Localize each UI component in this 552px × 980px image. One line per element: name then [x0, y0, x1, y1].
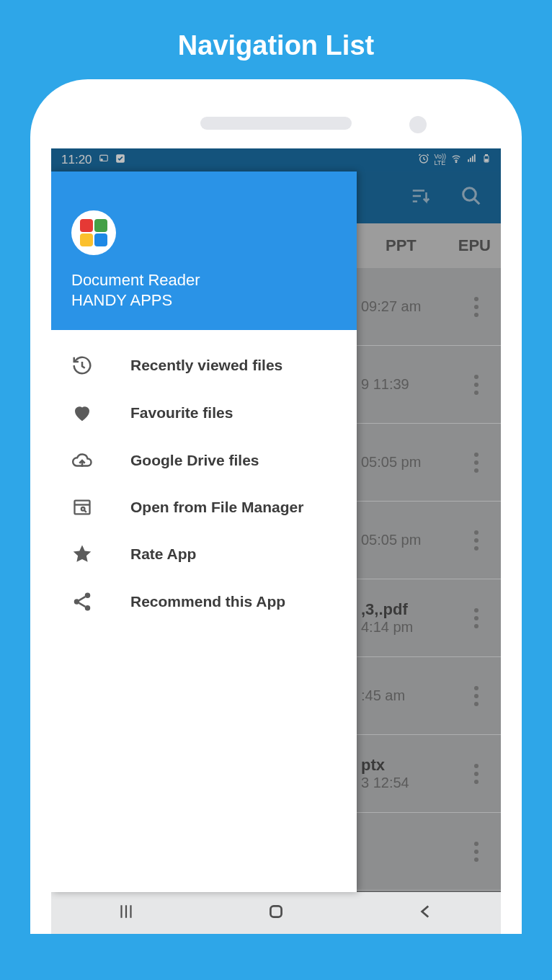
- svg-point-4: [455, 161, 457, 163]
- logo-cell: [94, 233, 107, 246]
- logo-cell: [80, 233, 93, 246]
- nav-item-label: Favourite files: [130, 404, 233, 422]
- star-icon: [70, 543, 94, 565]
- status-left: 11:20: [61, 153, 125, 167]
- sort-icon[interactable]: [410, 185, 432, 210]
- svg-rect-10: [486, 154, 488, 156]
- nav-google-drive[interactable]: Google Drive files: [51, 437, 357, 484]
- home-button[interactable]: [267, 902, 285, 924]
- tab-ppt[interactable]: PPT: [386, 236, 417, 255]
- more-icon[interactable]: [468, 297, 485, 317]
- app-logo-icon: [71, 210, 116, 255]
- back-button[interactable]: [417, 902, 435, 924]
- file-meta: 3 12:54: [361, 775, 409, 791]
- status-right: Vo))LTE: [418, 153, 491, 168]
- svg-point-14: [81, 507, 85, 511]
- speaker-grill: [200, 117, 352, 130]
- file-meta: 9 11:39: [361, 376, 409, 393]
- battery-icon: [482, 153, 491, 168]
- heart-icon: [70, 402, 94, 424]
- more-icon[interactable]: [468, 453, 485, 473]
- more-icon[interactable]: [468, 375, 485, 395]
- android-nav-bar: [51, 892, 501, 934]
- share-icon: [70, 591, 94, 612]
- logo-cell: [80, 219, 93, 232]
- svg-point-12: [463, 188, 476, 201]
- nav-item-label: Open from File Manager: [130, 499, 303, 516]
- nav-item-label: Recommend this App: [130, 593, 285, 610]
- svg-point-1: [100, 159, 102, 161]
- search-icon[interactable]: [460, 185, 482, 210]
- cast-icon: [98, 153, 110, 167]
- file-meta: :45 am: [361, 687, 405, 704]
- nav-item-label: Google Drive files: [130, 452, 259, 469]
- signal-icon: [466, 153, 478, 167]
- svg-rect-8: [474, 154, 476, 162]
- recents-button[interactable]: [117, 902, 135, 924]
- svg-rect-7: [472, 156, 473, 162]
- alarm-icon: [418, 153, 429, 168]
- file-meta: 09:27 am: [361, 298, 421, 315]
- checkbox-icon: [115, 153, 125, 167]
- more-icon[interactable]: [468, 842, 485, 862]
- drawer-publisher: HANDY APPS: [71, 291, 337, 310]
- file-title: ,3,.pdf: [361, 600, 413, 619]
- file-meta: 05:05 pm: [361, 532, 421, 548]
- window-icon: [70, 497, 94, 517]
- wifi-icon: [450, 153, 462, 167]
- phone-frame: 11:20 Vo))LTE: [30, 79, 522, 934]
- nav-recently-viewed[interactable]: Recently viewed files: [51, 342, 357, 389]
- navigation-drawer: Document Reader HANDY APPS Recently view…: [51, 172, 357, 892]
- drawer-header: Document Reader HANDY APPS: [51, 172, 357, 330]
- page-title: Navigation List: [0, 0, 552, 61]
- file-meta: 4:14 pm: [361, 619, 413, 636]
- nav-file-manager[interactable]: Open from File Manager: [51, 484, 357, 530]
- svg-point-15: [85, 593, 91, 599]
- more-icon[interactable]: [468, 686, 485, 706]
- nav-item-label: Recently viewed files: [130, 357, 282, 374]
- svg-rect-11: [485, 159, 488, 161]
- nav-rate-app[interactable]: Rate App: [51, 530, 357, 578]
- nav-item-label: Rate App: [130, 545, 196, 563]
- file-title: ptx: [361, 756, 409, 775]
- nav-recommend-app[interactable]: Recommend this App: [51, 578, 357, 625]
- status-bar: 11:20 Vo))LTE: [51, 148, 501, 172]
- svg-rect-18: [270, 906, 281, 917]
- status-time: 11:20: [61, 153, 92, 167]
- nav-favourite-files[interactable]: Favourite files: [51, 389, 357, 437]
- more-icon[interactable]: [468, 530, 485, 551]
- svg-rect-6: [470, 158, 471, 162]
- history-icon: [70, 355, 94, 376]
- cloud-upload-icon: [70, 450, 94, 471]
- more-icon[interactable]: [468, 764, 485, 784]
- phone-notch: [49, 98, 503, 148]
- file-meta: 05:05 pm: [361, 454, 421, 471]
- logo-cell: [94, 219, 107, 232]
- front-camera: [409, 116, 427, 133]
- svg-point-17: [85, 605, 91, 611]
- svg-rect-5: [468, 159, 469, 162]
- volte-icon: Vo))LTE: [434, 153, 446, 166]
- drawer-items: Recently viewed files Favourite files Go…: [51, 330, 357, 625]
- tab-epub[interactable]: EPU: [458, 236, 491, 255]
- drawer-app-name: Document Reader: [71, 271, 337, 290]
- more-icon[interactable]: [468, 608, 485, 628]
- svg-point-16: [74, 599, 80, 605]
- screen: 11:20 Vo))LTE: [51, 148, 501, 934]
